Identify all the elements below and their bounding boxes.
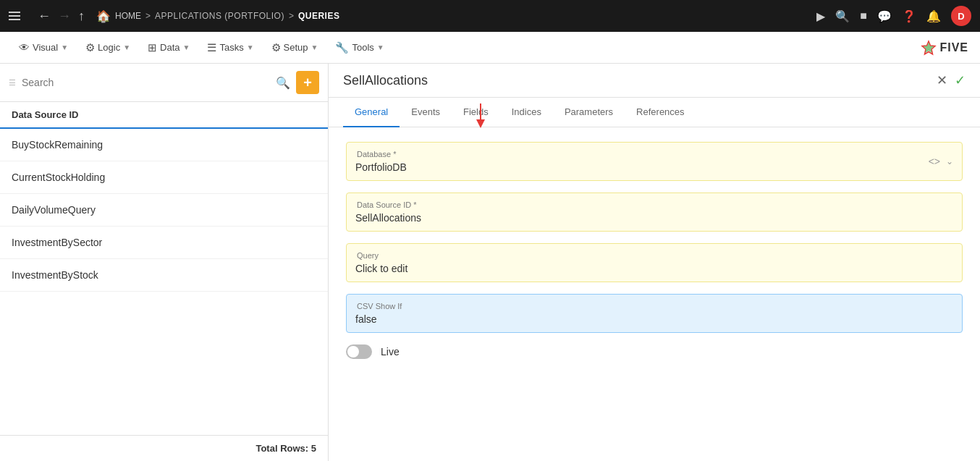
list-item-buystock[interactable]: BuyStockRemaining xyxy=(0,129,328,161)
menu-setup[interactable]: ⚙ Setup ▼ xyxy=(264,37,326,59)
database-value-container[interactable]: Database * PortfolioDB <> ⌄ xyxy=(346,142,963,181)
tab-fields[interactable]: Fields xyxy=(452,98,500,127)
sidebar-column-header: Data Source ID xyxy=(0,102,328,129)
query-field: Query Click to edit xyxy=(346,243,963,282)
five-logo-text: FIVE xyxy=(939,41,968,54)
breadcrumb-sep2: > xyxy=(289,11,294,21)
query-value: Click to edit xyxy=(355,263,953,274)
close-icon[interactable]: ✕ xyxy=(937,72,947,88)
database-value: PortfolioDB xyxy=(355,161,407,173)
menu-data-label: Data xyxy=(160,42,179,53)
breadcrumb-home[interactable]: HOME xyxy=(115,11,141,21)
nav-back[interactable]: ← xyxy=(38,9,51,24)
tools-icon: 🔧 xyxy=(335,41,349,54)
sidebar-list: BuyStockRemaining CurrentStockHolding Da… xyxy=(0,129,328,435)
play-icon[interactable]: ▶ xyxy=(816,9,825,23)
tab-parameters[interactable]: Parameters xyxy=(553,98,625,127)
main-layout: ☰ 🔍 + Data Source ID BuyStockRemaining C… xyxy=(0,64,980,461)
csv-label: CSV Show If xyxy=(355,302,953,310)
data-chevron: ▼ xyxy=(183,43,190,51)
hamburger-menu[interactable] xyxy=(9,12,20,20)
query-value-container[interactable]: Query Click to edit xyxy=(346,243,963,282)
top-nav-left: ← → ↑ 🏠 HOME > APPLICATIONS (PORTFOLIO) … xyxy=(9,9,339,24)
tab-references[interactable]: References xyxy=(625,98,696,127)
live-label: Live xyxy=(381,346,400,358)
menu-bar: 👁 Visual ▼ ⚙ Logic ▼ ⊞ Data ▼ ☰ Tasks ▼ … xyxy=(0,32,980,64)
top-nav-right: ▶ 🔍 ■ 💬 ❓ 🔔 D xyxy=(816,6,971,26)
csv-value-container[interactable]: CSV Show If false xyxy=(346,294,963,333)
live-toggle[interactable] xyxy=(346,344,372,359)
toggle-knob xyxy=(347,346,359,358)
data-icon: ⊞ xyxy=(148,41,157,54)
tabs-wrapper: General Events Fields Indices Parameters… xyxy=(329,98,980,127)
menu-logic[interactable]: ⚙ Logic ▼ xyxy=(78,37,138,59)
menu-data[interactable]: ⊞ Data ▼ xyxy=(140,37,197,59)
list-item-investmentsector[interactable]: InvestmentBySector xyxy=(0,227,328,259)
menu-tasks[interactable]: ☰ Tasks ▼ xyxy=(200,37,261,59)
tab-events[interactable]: Events xyxy=(400,98,452,127)
breadcrumb-sep1: > xyxy=(145,11,151,21)
menu-tasks-label: Tasks xyxy=(219,42,243,53)
logic-chevron: ▼ xyxy=(123,43,130,51)
content-actions: ✕ ✓ xyxy=(937,72,966,88)
user-avatar[interactable]: D xyxy=(951,6,971,26)
live-toggle-row: Live xyxy=(346,344,963,359)
logic-icon: ⚙ xyxy=(85,41,95,54)
visual-icon: 👁 xyxy=(19,41,30,54)
sidebar-footer: Total Rows: 5 xyxy=(0,435,328,461)
tasks-chevron: ▼ xyxy=(247,43,254,51)
tab-general[interactable]: General xyxy=(343,98,400,127)
search-circle-icon[interactable]: 🔍 xyxy=(835,9,850,23)
dropdown-icon[interactable]: ⌄ xyxy=(946,156,953,166)
menu-visual[interactable]: 👁 Visual ▼ xyxy=(12,37,75,58)
chat-icon[interactable]: 💬 xyxy=(877,9,892,23)
menu-tools[interactable]: 🔧 Tools ▼ xyxy=(328,37,391,59)
tools-chevron: ▼ xyxy=(377,43,384,51)
setup-icon: ⚙ xyxy=(271,41,281,54)
content-area: SellAllocations ✕ ✓ General Events Field… xyxy=(329,64,980,461)
sidebar-search-bar: ☰ 🔍 + xyxy=(0,64,328,102)
datasource-value-container[interactable]: Data Source ID * SellAllocations xyxy=(346,193,963,232)
list-item-investmentstock[interactable]: InvestmentByStock xyxy=(0,259,328,292)
nav-up[interactable]: ↑ xyxy=(78,9,85,24)
bell-icon[interactable]: 🔔 xyxy=(926,9,941,23)
csv-field: CSV Show If false xyxy=(346,294,963,333)
form-area: Database * PortfolioDB <> ⌄ Data Source … xyxy=(329,127,980,461)
menu-tools-label: Tools xyxy=(352,42,373,53)
top-nav: ← → ↑ 🏠 HOME > APPLICATIONS (PORTFOLIO) … xyxy=(0,0,980,32)
nav-forward[interactable]: → xyxy=(58,9,71,24)
breadcrumb-applications[interactable]: APPLICATIONS (PORTFOLIO) xyxy=(155,11,284,21)
search-input[interactable] xyxy=(22,77,270,88)
add-button[interactable]: + xyxy=(296,71,319,94)
tabs: General Events Fields Indices Parameters… xyxy=(329,98,980,127)
menu-logic-label: Logic xyxy=(98,42,120,53)
datasource-label: Data Source ID * xyxy=(355,200,953,209)
visual-chevron: ▼ xyxy=(61,43,68,51)
sidebar: ☰ 🔍 + Data Source ID BuyStockRemaining C… xyxy=(0,64,329,461)
menu-bar-left: 👁 Visual ▼ ⚙ Logic ▼ ⊞ Data ▼ ☰ Tasks ▼ … xyxy=(12,37,392,59)
five-logo: FIVE xyxy=(921,40,968,56)
menu-setup-label: Setup xyxy=(284,42,308,53)
csv-value: false xyxy=(355,313,953,325)
code-icon[interactable]: <> xyxy=(929,156,940,167)
database-field: Database * PortfolioDB <> ⌄ xyxy=(346,142,963,181)
list-item-currentstock[interactable]: CurrentStockHolding xyxy=(0,161,328,194)
tab-indices[interactable]: Indices xyxy=(500,98,553,127)
page-title: SellAllocations xyxy=(343,73,428,88)
tasks-icon: ☰ xyxy=(207,41,216,54)
five-logo-star-icon xyxy=(921,40,937,56)
menu-visual-label: Visual xyxy=(33,42,58,53)
setup-chevron: ▼ xyxy=(311,43,318,51)
help-icon[interactable]: ❓ xyxy=(902,9,916,23)
breadcrumb: 🏠 HOME > APPLICATIONS (PORTFOLIO) > QUER… xyxy=(96,9,339,23)
list-item-dailyvolume[interactable]: DailyVolumeQuery xyxy=(0,194,328,227)
search-icon[interactable]: 🔍 xyxy=(276,76,290,90)
confirm-icon[interactable]: ✓ xyxy=(955,72,966,88)
database-label: Database * xyxy=(355,150,407,158)
datasource-value: SellAllocations xyxy=(355,212,953,224)
stop-icon[interactable]: ■ xyxy=(860,9,867,22)
query-label: Query xyxy=(355,251,953,260)
breadcrumb-queries[interactable]: QUERIES xyxy=(298,11,340,21)
filter-icon: ☰ xyxy=(9,78,16,88)
datasource-field: Data Source ID * SellAllocations xyxy=(346,193,963,232)
